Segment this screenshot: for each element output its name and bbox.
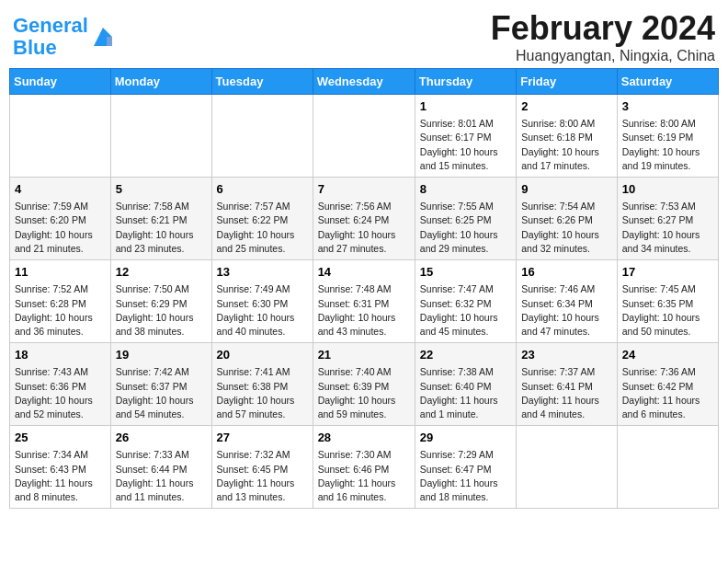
- calendar-cell: 26Sunrise: 7:33 AM Sunset: 6:44 PM Dayli…: [110, 426, 211, 509]
- calendar-cell: 28Sunrise: 7:30 AM Sunset: 6:46 PM Dayli…: [313, 426, 415, 509]
- weekday-header: Saturday: [617, 69, 718, 95]
- day-number: 14: [318, 264, 410, 281]
- day-info: Sunrise: 8:01 AM Sunset: 6:17 PM Dayligh…: [420, 117, 511, 173]
- logo-text: General Blue: [13, 15, 88, 59]
- calendar-cell: [211, 95, 313, 178]
- calendar-cell: 23Sunrise: 7:37 AM Sunset: 6:41 PM Dayli…: [517, 343, 618, 426]
- day-info: Sunrise: 7:32 AM Sunset: 6:45 PM Dayligh…: [217, 448, 308, 504]
- day-info: Sunrise: 7:53 AM Sunset: 6:27 PM Dayligh…: [622, 200, 713, 256]
- day-info: Sunrise: 7:33 AM Sunset: 6:44 PM Dayligh…: [116, 448, 207, 504]
- day-number: 29: [420, 430, 511, 446]
- day-info: Sunrise: 7:34 AM Sunset: 6:43 PM Dayligh…: [15, 448, 106, 504]
- day-info: Sunrise: 7:58 AM Sunset: 6:21 PM Dayligh…: [116, 200, 207, 256]
- day-number: 15: [420, 264, 511, 281]
- day-info: Sunrise: 7:43 AM Sunset: 6:36 PM Dayligh…: [15, 365, 106, 421]
- calendar-subtitle: Huangyangtan, Ningxia, China: [491, 48, 715, 64]
- calendar-cell: 27Sunrise: 7:32 AM Sunset: 6:45 PM Dayli…: [211, 426, 313, 509]
- day-info: Sunrise: 7:42 AM Sunset: 6:37 PM Dayligh…: [116, 365, 207, 421]
- calendar-week-row: 25Sunrise: 7:34 AM Sunset: 6:43 PM Dayli…: [10, 426, 719, 509]
- calendar-week-row: 1Sunrise: 8:01 AM Sunset: 6:17 PM Daylig…: [10, 95, 719, 178]
- day-number: 20: [217, 347, 308, 363]
- calendar-cell: [10, 95, 111, 178]
- svg-marker-1: [107, 37, 112, 46]
- calendar-cell: 2Sunrise: 8:00 AM Sunset: 6:18 PM Daylig…: [517, 95, 618, 178]
- day-number: 17: [622, 264, 713, 281]
- title-area: February 2024 Huangyangtan, Ningxia, Chi…: [491, 9, 715, 64]
- calendar-cell: 8Sunrise: 7:55 AM Sunset: 6:25 PM Daylig…: [415, 178, 516, 260]
- weekday-header: Tuesday: [211, 69, 313, 95]
- calendar-week-row: 4Sunrise: 7:59 AM Sunset: 6:20 PM Daylig…: [10, 178, 719, 260]
- day-info: Sunrise: 7:50 AM Sunset: 6:29 PM Dayligh…: [116, 282, 207, 339]
- day-number: 5: [116, 181, 207, 198]
- day-info: Sunrise: 7:37 AM Sunset: 6:41 PM Dayligh…: [521, 365, 612, 421]
- day-number: 12: [116, 264, 207, 281]
- calendar-cell: 6Sunrise: 7:57 AM Sunset: 6:22 PM Daylig…: [211, 178, 313, 260]
- day-info: Sunrise: 7:40 AM Sunset: 6:39 PM Dayligh…: [318, 365, 410, 421]
- day-number: 27: [217, 430, 308, 446]
- day-number: 1: [420, 98, 511, 115]
- day-number: 23: [521, 347, 612, 363]
- calendar-cell: [110, 95, 211, 178]
- day-number: 19: [116, 347, 207, 363]
- calendar-week-row: 18Sunrise: 7:43 AM Sunset: 6:36 PM Dayli…: [10, 343, 719, 426]
- calendar-cell: 12Sunrise: 7:50 AM Sunset: 6:29 PM Dayli…: [110, 260, 211, 343]
- day-number: 8: [420, 181, 511, 198]
- weekday-header: Monday: [110, 69, 211, 95]
- calendar-cell: 1Sunrise: 8:01 AM Sunset: 6:17 PM Daylig…: [415, 95, 516, 178]
- day-info: Sunrise: 7:41 AM Sunset: 6:38 PM Dayligh…: [217, 365, 308, 421]
- day-number: 26: [116, 430, 207, 446]
- day-number: 3: [622, 98, 713, 115]
- day-number: 7: [318, 181, 410, 198]
- calendar-header-row: SundayMondayTuesdayWednesdayThursdayFrid…: [10, 69, 719, 95]
- day-info: Sunrise: 7:36 AM Sunset: 6:42 PM Dayligh…: [622, 365, 713, 421]
- weekday-header: Thursday: [415, 69, 516, 95]
- day-info: Sunrise: 7:54 AM Sunset: 6:26 PM Dayligh…: [521, 200, 612, 256]
- logo: General Blue: [13, 15, 116, 59]
- weekday-header: Wednesday: [313, 69, 415, 95]
- calendar-cell: 19Sunrise: 7:42 AM Sunset: 6:37 PM Dayli…: [110, 343, 211, 426]
- day-info: Sunrise: 7:29 AM Sunset: 6:47 PM Dayligh…: [420, 448, 511, 504]
- calendar-cell: 14Sunrise: 7:48 AM Sunset: 6:31 PM Dayli…: [313, 260, 415, 343]
- calendar-cell: 9Sunrise: 7:54 AM Sunset: 6:26 PM Daylig…: [517, 178, 618, 260]
- calendar-cell: 21Sunrise: 7:40 AM Sunset: 6:39 PM Dayli…: [313, 343, 415, 426]
- calendar-cell: 24Sunrise: 7:36 AM Sunset: 6:42 PM Dayli…: [617, 343, 718, 426]
- calendar-cell: 15Sunrise: 7:47 AM Sunset: 6:32 PM Dayli…: [415, 260, 516, 343]
- day-info: Sunrise: 7:55 AM Sunset: 6:25 PM Dayligh…: [420, 200, 511, 256]
- day-number: 16: [521, 264, 612, 281]
- calendar-cell: 4Sunrise: 7:59 AM Sunset: 6:20 PM Daylig…: [10, 178, 111, 260]
- day-number: 9: [521, 181, 612, 198]
- day-info: Sunrise: 7:57 AM Sunset: 6:22 PM Dayligh…: [217, 200, 308, 256]
- day-number: 22: [420, 347, 511, 363]
- calendar-cell: 3Sunrise: 8:00 AM Sunset: 6:19 PM Daylig…: [617, 95, 718, 178]
- day-info: Sunrise: 8:00 AM Sunset: 6:19 PM Dayligh…: [622, 117, 713, 173]
- calendar-cell: 16Sunrise: 7:46 AM Sunset: 6:34 PM Dayli…: [517, 260, 618, 343]
- day-info: Sunrise: 7:52 AM Sunset: 6:28 PM Dayligh…: [15, 282, 106, 339]
- calendar-cell: 29Sunrise: 7:29 AM Sunset: 6:47 PM Dayli…: [415, 426, 516, 509]
- day-number: 21: [318, 347, 410, 363]
- calendar-cell: 7Sunrise: 7:56 AM Sunset: 6:24 PM Daylig…: [313, 178, 415, 260]
- day-number: 24: [622, 347, 713, 363]
- page-header: General Blue February 2024 Huangyangtan,…: [9, 9, 719, 64]
- weekday-header: Sunday: [10, 69, 111, 95]
- day-info: Sunrise: 7:49 AM Sunset: 6:30 PM Dayligh…: [217, 282, 308, 339]
- day-number: 28: [318, 430, 410, 446]
- calendar-cell: 10Sunrise: 7:53 AM Sunset: 6:27 PM Dayli…: [617, 178, 718, 260]
- day-info: Sunrise: 8:00 AM Sunset: 6:18 PM Dayligh…: [521, 117, 612, 173]
- calendar-cell: 22Sunrise: 7:38 AM Sunset: 6:40 PM Dayli…: [415, 343, 516, 426]
- calendar-cell: [313, 95, 415, 178]
- day-info: Sunrise: 7:46 AM Sunset: 6:34 PM Dayligh…: [521, 282, 612, 339]
- day-number: 18: [15, 347, 106, 363]
- calendar-cell: 20Sunrise: 7:41 AM Sunset: 6:38 PM Dayli…: [211, 343, 313, 426]
- day-info: Sunrise: 7:38 AM Sunset: 6:40 PM Dayligh…: [420, 365, 511, 421]
- calendar-title: February 2024: [491, 9, 715, 48]
- calendar-cell: 13Sunrise: 7:49 AM Sunset: 6:30 PM Dayli…: [211, 260, 313, 343]
- calendar-cell: [617, 426, 718, 509]
- calendar-cell: [517, 426, 618, 509]
- logo-icon: [90, 24, 116, 50]
- calendar-cell: 18Sunrise: 7:43 AM Sunset: 6:36 PM Dayli…: [10, 343, 111, 426]
- day-number: 11: [15, 264, 106, 281]
- day-info: Sunrise: 7:48 AM Sunset: 6:31 PM Dayligh…: [318, 282, 410, 339]
- day-number: 6: [217, 181, 308, 198]
- calendar-cell: 5Sunrise: 7:58 AM Sunset: 6:21 PM Daylig…: [110, 178, 211, 260]
- day-info: Sunrise: 7:59 AM Sunset: 6:20 PM Dayligh…: [15, 200, 106, 256]
